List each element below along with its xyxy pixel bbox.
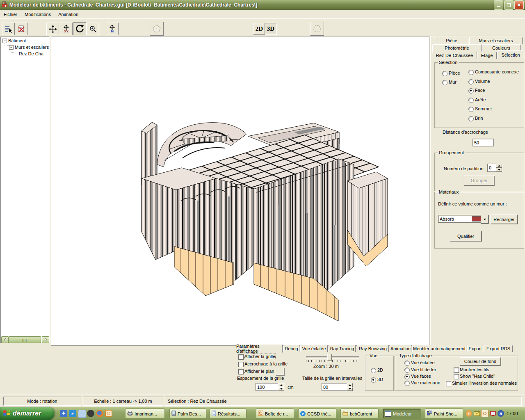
partition-spinner[interactable]: 0 [487,164,502,172]
tree-expander[interactable]: − [9,45,14,50]
taskbar-task-paintshop[interactable]: Paint Sho... [425,409,463,419]
checkbox-accrochage-grille[interactable] [238,362,244,367]
radio-volume[interactable] [468,79,474,84]
taskbar-task-ccsd[interactable]: e CCSD thè... [298,409,336,419]
viewport-canvas[interactable] [51,36,429,346]
spin-up-button[interactable] [278,383,284,387]
spin-down-button[interactable] [496,168,502,172]
radio-mur-label[interactable]: Mur [449,80,457,84]
tab-parametres-affichage[interactable]: Paramètres d'affichage [236,344,283,353]
clock-icon[interactable] [481,410,488,417]
snap-distance-input[interactable]: 50 [472,139,494,146]
taskbar-task-boite-reception[interactable]: Boîte de r... [256,409,294,419]
menu-modifications[interactable]: Modifications [21,11,55,18]
tab-export-rds[interactable]: Export RDS [484,345,513,352]
radio-2d[interactable] [371,368,376,373]
radio-brin[interactable] [468,116,474,121]
reload-button[interactable]: Recharger [491,215,518,224]
quick-launch-document-icon[interactable] [78,410,86,418]
radio-composante-connexe[interactable] [468,70,474,75]
radio-vue-faces-label[interactable]: Vue faces [411,374,431,379]
scroll-left-button[interactable] [1,336,9,343]
tab-murs-et-escaliers[interactable]: Murs et escaliers [469,37,523,44]
radio-piece[interactable] [442,71,447,76]
radio-vue-fil-de-fer[interactable] [404,368,410,373]
radio-arete[interactable] [468,98,474,103]
rotate-button[interactable] [73,22,87,35]
checkbox-show-has-child-label[interactable]: Show "Has Child" [460,374,495,379]
checkbox-montrer-fils-label[interactable]: Montrer les fils [460,367,489,372]
tree-item-batiment[interactable]: Bâtiment [8,38,26,43]
antivirus-icon[interactable]: a [498,410,504,417]
tree-hscrollbar[interactable]: |||| [1,336,49,343]
checkbox-montrer-fils[interactable] [454,368,459,373]
checkbox-afficher-plan-label[interactable]: Afficher le plan [244,369,274,374]
tab-selection[interactable]: Sélection [497,50,524,59]
radio-3d-label[interactable]: 3D [377,377,383,382]
close-button[interactable]: ✕ [514,0,524,10]
taskbar-task-resultats[interactable]: Résultats... [210,409,247,419]
radio-vue-materiaux-label[interactable]: Vue materiaux [411,380,440,385]
radio-mur[interactable] [442,80,447,85]
tab-photometrie[interactable]: Photométrie [432,44,482,52]
checkbox-afficher-grille[interactable] [238,354,244,360]
quick-launch-alarm-icon[interactable] [105,410,112,417]
radio-vue-eclatee-label[interactable]: Vue éclatée [411,360,435,365]
quick-launch-messenger-icon[interactable]: ✦ [60,410,67,417]
radio-sommet[interactable] [468,107,474,112]
collapse-chevron-icon[interactable]: ‹ [466,410,472,417]
quick-launch-mouse-icon[interactable] [87,410,94,417]
checkbox-show-has-child[interactable] [454,374,459,379]
zoom-slider-track[interactable] [306,356,359,358]
radio-2d-label[interactable]: 2D [377,368,383,372]
checkbox-afficher-grille-label[interactable]: Afficher la grille [244,354,275,359]
radio-arete-label[interactable]: Arête [475,97,486,102]
tab-animation[interactable]: Animation [390,345,411,352]
radio-face-label[interactable]: Face [475,88,485,93]
taskbar-task-modeleur[interactable]: Modeleur [383,409,421,419]
tab-rez-de-chaussee[interactable]: Rez-De-Chaussée [432,52,477,59]
radio-vue-faces[interactable] [404,374,410,379]
tree-item-murs[interactable]: Murs et escaliers [15,45,49,50]
material-combo-arrow[interactable] [481,215,488,224]
pan-button[interactable] [46,23,59,35]
tab-debug[interactable]: Debug [283,345,299,352]
select-objects-button[interactable] [2,23,15,35]
tab-etage[interactable]: Etage [477,52,497,59]
menu-animation[interactable]: Animation [55,11,82,18]
start-button[interactable]: démarrer [0,407,54,420]
taskbar-task-imprimantes[interactable]: Impriman... [125,409,165,419]
radio-brin-label[interactable]: Brin [475,116,483,121]
radio-vue-eclatee[interactable] [404,361,410,366]
tab-vue-eclatee[interactable]: Vue éclatée [300,345,328,352]
mail-icon[interactable] [473,410,480,417]
zoom-button[interactable] [87,23,99,35]
view-2d-button[interactable]: 2D [253,23,265,35]
spin-up-button[interactable] [347,383,353,387]
tab-ray-browsing[interactable]: Ray Browsing [357,345,389,352]
checkbox-simuler-inversion[interactable] [446,381,451,386]
radio-sommet-label[interactable]: Sommet [475,106,492,111]
radio-composante-connexe-label[interactable]: Composante connexe [475,69,519,74]
title-bar[interactable]: MB Modeleur de bâtiments - Cathedrale_Ch… [0,0,525,10]
checkbox-afficher-plan[interactable] [238,369,244,374]
checkbox-accrochage-grille-label[interactable]: Accrochage à la grille [244,361,288,366]
radio-piece-label[interactable]: Pièce [449,71,460,75]
tab-export[interactable]: Export [467,345,483,352]
menu-fichier[interactable]: Fichier [0,11,21,18]
spin-up-button[interactable] [496,164,502,168]
qualify-button[interactable]: Qualifier [450,231,482,241]
material-combo[interactable]: Absorb [438,215,483,223]
tab-ray-tracing[interactable]: Ray Tracing [329,345,356,352]
radio-volume-label[interactable]: Volume [475,79,490,84]
tree-expander[interactable]: − [2,39,7,43]
checkbox-simuler-inversion-label[interactable]: Simuler l'inversion des normales [452,381,517,386]
tree-item-rez[interactable]: Rez De Cha [19,51,43,56]
quick-launch-firefox-icon[interactable] [96,410,103,417]
taskbar-task-palm[interactable]: Palm Des... [169,409,206,419]
scroll-right-button[interactable] [42,336,49,343]
radio-vue-fil-de-fer-label[interactable]: Vue fil de fer [411,367,436,372]
pan-m-button[interactable]: M [106,23,119,35]
browse-plan-button[interactable]: ... [276,368,284,375]
display-icon[interactable] [490,410,496,417]
